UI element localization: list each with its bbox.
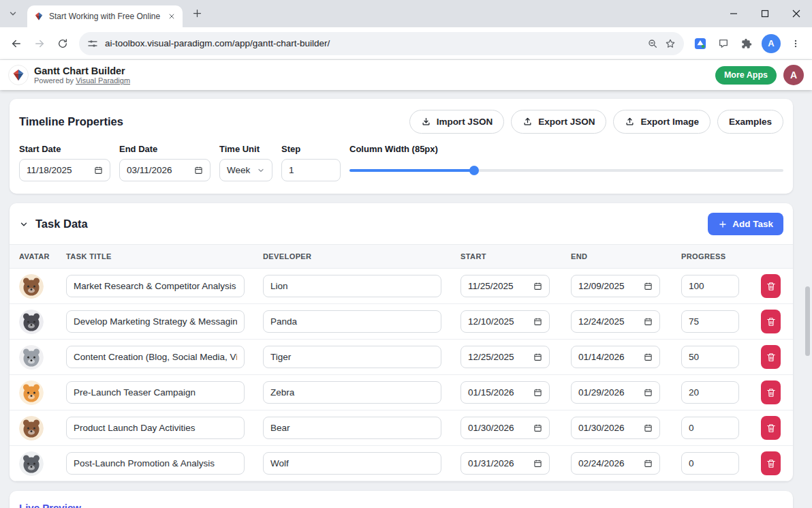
user-avatar[interactable]: A	[783, 65, 804, 85]
trash-icon	[766, 388, 776, 398]
task-title-input[interactable]	[66, 417, 245, 439]
reload-button[interactable]	[52, 33, 74, 55]
window-close-button[interactable]	[781, 0, 812, 27]
export-json-button[interactable]: Export JSON	[511, 110, 606, 134]
column-width-slider[interactable]	[349, 159, 783, 181]
slider-thumb[interactable]	[469, 166, 479, 175]
forward-button[interactable]	[29, 33, 50, 55]
task-start-date-input[interactable]: 12/10/2025	[460, 310, 550, 333]
task-end-date-input[interactable]: 01/29/2026	[571, 381, 660, 404]
browser-tab[interactable]: Start Working with Free Online	[27, 5, 183, 27]
add-task-button[interactable]: Add Task	[708, 213, 783, 235]
import-download-icon	[421, 117, 431, 127]
progress-input[interactable]	[681, 417, 739, 439]
examples-button[interactable]: Examples	[717, 110, 783, 134]
task-title-input[interactable]	[66, 346, 245, 368]
calendar-icon[interactable]	[644, 423, 653, 432]
zoom-out-icon[interactable]	[647, 38, 658, 49]
task-end-date-input[interactable]: 02/24/2026	[571, 452, 660, 475]
export-image-button[interactable]: Export Image	[613, 110, 710, 134]
address-bar[interactable]: ai-toolbox.visual-paradigm.com/app/gantt…	[79, 32, 684, 55]
calendar-icon[interactable]	[533, 282, 542, 290]
step-input[interactable]	[281, 159, 341, 181]
task-end-date-input[interactable]: 01/30/2026	[571, 417, 660, 439]
calendar-icon[interactable]	[533, 459, 542, 468]
browser-profile-avatar[interactable]: A	[762, 34, 781, 53]
developer-input[interactable]	[263, 381, 441, 404]
task-start-date-value: 01/31/2026	[468, 458, 514, 468]
task-title-input[interactable]	[66, 310, 245, 333]
progress-input[interactable]	[681, 452, 739, 475]
tab-close-icon[interactable]	[166, 11, 177, 22]
back-button[interactable]	[5, 33, 27, 55]
task-start-date-value: 12/10/2025	[468, 316, 514, 327]
visual-paradigm-logo	[8, 65, 29, 85]
end-date-field: End Date 03/11/2026	[119, 144, 210, 181]
progress-input[interactable]	[681, 310, 739, 333]
visual-paradigm-link[interactable]: Visual Paradigm	[76, 76, 130, 85]
time-unit-select[interactable]: Week	[219, 159, 272, 181]
task-start-date-input[interactable]: 01/15/2026	[460, 381, 550, 404]
task-row: 01/15/2026 01/29/2026	[10, 375, 793, 410]
calendar-icon[interactable]	[644, 317, 653, 326]
calendar-icon[interactable]	[533, 423, 542, 432]
tab-search-chevron-icon[interactable]	[8, 9, 18, 18]
calendar-icon[interactable]	[644, 282, 653, 290]
collapse-chevron-icon[interactable]	[19, 220, 29, 229]
task-start-date-input[interactable]: 11/25/2025	[460, 275, 550, 297]
developer-input[interactable]	[263, 452, 441, 475]
examples-label: Examples	[729, 117, 772, 127]
trash-icon	[766, 317, 776, 327]
delete-task-button[interactable]	[761, 274, 781, 298]
task-start-date-input[interactable]: 01/30/2026	[460, 417, 550, 439]
extensions-puzzle-icon[interactable]	[736, 33, 758, 55]
progress-input[interactable]	[681, 346, 739, 368]
calendar-icon[interactable]	[533, 353, 542, 361]
task-start-date-input[interactable]: 12/25/2025	[460, 346, 550, 368]
calendar-icon[interactable]	[644, 459, 653, 468]
developer-input[interactable]	[263, 417, 441, 439]
bookmark-star-icon[interactable]	[665, 38, 676, 49]
site-settings-icon[interactable]	[87, 38, 98, 49]
task-end-date-input[interactable]: 12/09/2025	[571, 275, 660, 297]
slider-track[interactable]	[349, 169, 783, 172]
task-end-date-input[interactable]: 01/14/2026	[571, 346, 660, 368]
task-title-input[interactable]	[66, 381, 245, 404]
task-title-input[interactable]	[66, 275, 245, 297]
start-date-input[interactable]: 11/18/2025	[19, 159, 110, 181]
chat-icon[interactable]	[713, 33, 734, 55]
window-minimize-button[interactable]	[718, 0, 749, 27]
scrollbar-thumb[interactable]	[805, 286, 810, 356]
tab-favicon	[34, 12, 44, 21]
task-title-input[interactable]	[66, 452, 245, 475]
delete-task-button[interactable]	[761, 310, 781, 333]
developer-input[interactable]	[263, 310, 441, 333]
calendar-icon[interactable]	[533, 388, 542, 397]
delete-task-button[interactable]	[761, 416, 781, 440]
calendar-icon[interactable]	[94, 166, 103, 175]
developer-input[interactable]	[263, 275, 441, 297]
calendar-icon[interactable]	[533, 317, 542, 326]
window-maximize-button[interactable]	[749, 0, 781, 27]
progress-input[interactable]	[681, 275, 739, 297]
more-apps-button[interactable]: More Apps	[715, 66, 777, 85]
delete-task-button[interactable]	[761, 380, 781, 404]
new-tab-button[interactable]	[192, 8, 202, 18]
delete-task-button[interactable]	[761, 451, 781, 475]
task-row: 01/30/2026 01/30/2026	[10, 410, 793, 446]
delete-task-button[interactable]	[761, 345, 781, 369]
calendar-icon[interactable]	[194, 166, 203, 175]
browser-menu-kebab-icon[interactable]	[785, 33, 807, 55]
task-row: 12/10/2025 12/24/2025	[10, 304, 793, 340]
plus-icon	[718, 220, 728, 229]
calendar-icon[interactable]	[644, 388, 653, 397]
import-json-button[interactable]: Import JSON	[409, 110, 505, 134]
developer-input[interactable]	[263, 346, 441, 368]
task-start-date-input[interactable]: 01/31/2026	[460, 452, 550, 475]
pinned-extension-icon[interactable]	[689, 33, 711, 55]
progress-input[interactable]	[681, 381, 739, 404]
task-end-date-value: 12/24/2025	[578, 316, 625, 327]
task-end-date-input[interactable]: 12/24/2025	[571, 310, 660, 333]
calendar-icon[interactable]	[644, 353, 653, 361]
end-date-input[interactable]: 03/11/2026	[119, 159, 210, 181]
